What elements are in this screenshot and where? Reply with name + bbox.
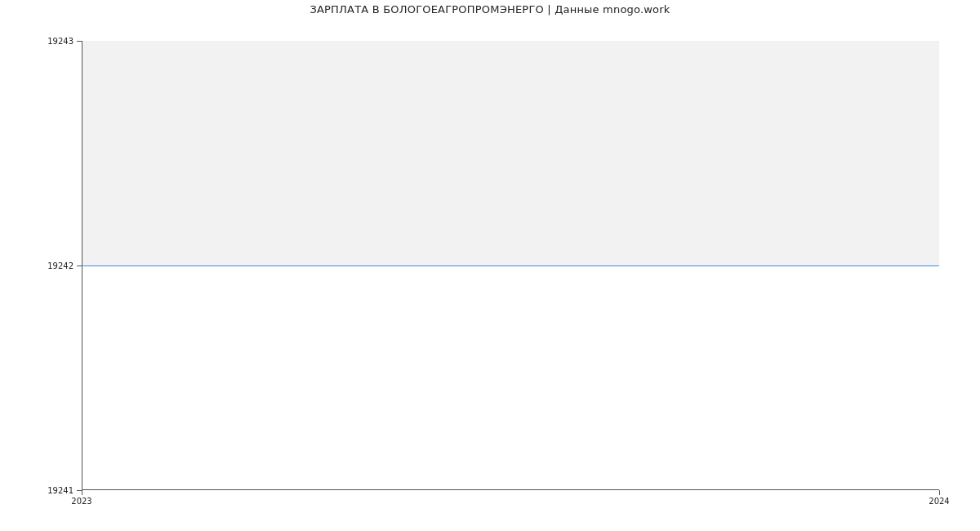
chart-container: ЗАРПЛАТА В БОЛОГОЕАГРОПРОМЭНЕРГО | Данны… xyxy=(0,0,980,531)
y-tick-label: 19241 xyxy=(46,486,74,495)
y-tick-label: 19242 xyxy=(46,261,74,270)
series-fill xyxy=(82,41,939,266)
series-line xyxy=(82,266,939,266)
plot-area xyxy=(82,41,939,490)
x-tick-label: 2024 xyxy=(929,497,949,506)
chart-title: ЗАРПЛАТА В БОЛОГОЕАГРОПРОМЭНЕРГО | Данны… xyxy=(0,3,980,16)
x-tick xyxy=(82,490,82,495)
y-tick-label: 19243 xyxy=(46,37,74,46)
y-tick xyxy=(77,41,82,42)
y-tick xyxy=(77,266,82,266)
x-tick xyxy=(939,490,940,495)
x-tick-label: 2023 xyxy=(71,497,91,506)
